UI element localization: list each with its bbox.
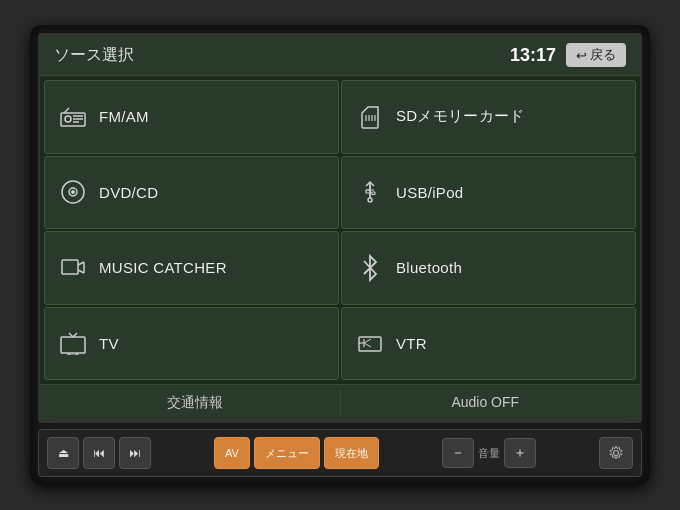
sd-card-label: SDメモリーカード	[396, 107, 525, 126]
svg-rect-16	[372, 192, 375, 195]
fm-am-label: FM/AM	[99, 108, 149, 125]
header-bar: ソース選択 13:17 ↩ 戻る	[40, 35, 640, 76]
tv-icon	[59, 331, 87, 355]
prev-button[interactable]: ⏮	[83, 437, 115, 469]
volume-label: 音量	[478, 446, 500, 461]
car-unit: ソース選択 13:17 ↩ 戻る	[30, 25, 650, 485]
vtr-icon	[356, 331, 384, 355]
bluetooth-icon	[356, 256, 384, 280]
music-catcher-icon	[59, 256, 87, 280]
dvd-cd-label: DVD/CD	[99, 184, 158, 201]
eject-button[interactable]: ⏏	[47, 437, 79, 469]
control-bar: ⏏ ⏮ ⏭ AV メニュー 現在地 － 音量 ＋	[38, 429, 642, 477]
tv-label: TV	[99, 335, 119, 352]
current-location-button[interactable]: 現在地	[324, 437, 379, 469]
menu-item-tv[interactable]: TV	[44, 307, 339, 381]
svg-line-19	[78, 262, 84, 265]
av-button[interactable]: AV	[214, 437, 250, 469]
menu-item-sd-card[interactable]: SDメモリーカード	[341, 80, 636, 154]
source-menu-grid: FM/AM SDメモリーカード	[40, 76, 640, 384]
svg-line-30	[364, 339, 371, 343]
vtr-label: VTR	[396, 335, 427, 352]
audio-off-button[interactable]: Audio OFF	[341, 390, 631, 416]
svg-line-31	[364, 343, 371, 347]
svg-rect-18	[62, 260, 78, 274]
menu-item-bluetooth[interactable]: Bluetooth	[341, 231, 636, 305]
music-catcher-label: MUSIC CATCHER	[99, 259, 227, 276]
back-arrow-icon: ↩	[576, 48, 587, 63]
bluetooth-label: Bluetooth	[396, 259, 462, 276]
volume-section: － 音量 ＋	[442, 438, 536, 468]
next-button[interactable]: ⏭	[119, 437, 151, 469]
svg-point-17	[368, 198, 372, 202]
volume-minus-button[interactable]: －	[442, 438, 474, 468]
header-right: 13:17 ↩ 戻る	[510, 43, 626, 67]
screen-title: ソース選択	[54, 45, 134, 66]
usb-icon	[356, 180, 384, 204]
usb-ipod-label: USB/iPod	[396, 184, 463, 201]
clock-display: 13:17	[510, 45, 556, 66]
sd-icon	[356, 105, 384, 129]
traffic-button[interactable]: 交通情報	[50, 390, 341, 416]
settings-button[interactable]	[599, 437, 633, 469]
svg-rect-22	[61, 337, 85, 353]
svg-point-12	[72, 191, 75, 194]
menu-item-music-catcher[interactable]: MUSIC CATCHER	[44, 231, 339, 305]
disc-icon	[59, 180, 87, 204]
bottom-bar: 交通情報 Audio OFF	[40, 384, 640, 421]
menu-item-dvd-cd[interactable]: DVD/CD	[44, 156, 339, 230]
menu-item-usb-ipod[interactable]: USB/iPod	[341, 156, 636, 230]
menu-button[interactable]: メニュー	[254, 437, 320, 469]
svg-line-20	[78, 270, 84, 273]
back-button[interactable]: ↩ 戻る	[566, 43, 626, 67]
volume-plus-button[interactable]: ＋	[504, 438, 536, 468]
svg-point-32	[614, 451, 619, 456]
menu-item-fm-am[interactable]: FM/AM	[44, 80, 339, 154]
svg-point-1	[65, 116, 71, 122]
radio-icon	[59, 105, 87, 129]
settings-icon	[608, 445, 624, 461]
display-screen: ソース選択 13:17 ↩ 戻る	[38, 33, 642, 423]
menu-item-vtr[interactable]: VTR	[341, 307, 636, 381]
